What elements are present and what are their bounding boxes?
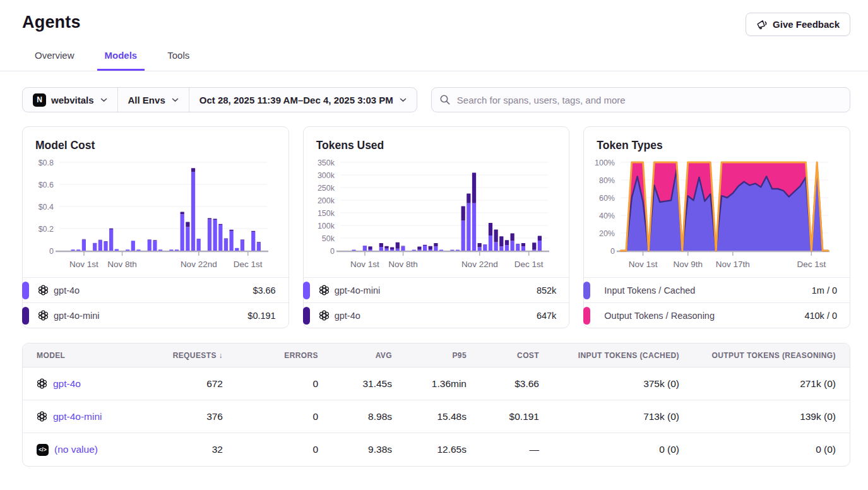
- svg-text:250k: 250k: [318, 184, 335, 193]
- legend-value: 410k / 0: [804, 311, 837, 321]
- p95-cell: 1.36min: [392, 378, 467, 390]
- table-body: gpt-4o672031.45s1.36min$3.66375k (0)271k…: [23, 368, 850, 466]
- models-table: MODELREQUESTS ↓ERRORSAVGP95COSTINPUT TOK…: [22, 343, 850, 467]
- column-header-requests[interactable]: REQUESTS ↓: [141, 351, 223, 360]
- requests-cell: 376: [141, 411, 223, 422]
- legend-value: 1m / 0: [812, 285, 837, 296]
- legend-item[interactable]: gpt-4o647k: [304, 302, 569, 328]
- code-icon: </>: [37, 444, 49, 456]
- column-header-input-tokens-cached[interactable]: INPUT TOKENS (CACHED): [539, 351, 679, 360]
- openai-icon: [38, 285, 49, 296]
- svg-text:300k: 300k: [318, 171, 335, 180]
- errors-cell: 0: [223, 444, 318, 455]
- requests-cell: 672: [141, 378, 223, 390]
- give-feedback-button[interactable]: Give Feedback: [746, 13, 850, 36]
- legend-label: Input Tokens / Cached: [604, 285, 695, 296]
- environment-selector[interactable]: All Envs: [118, 88, 189, 112]
- series-color-swatch: [583, 282, 590, 299]
- legend-item[interactable]: Output Tokens / Reasoning410k / 0: [584, 302, 850, 328]
- model-cost-chart[interactable]: $0.8$0.6$0.4$0.20Nov 1stNov 8thNov 22ndD…: [23, 155, 288, 277]
- table-header-row: MODELREQUESTS ↓ERRORSAVGP95COSTINPUT TOK…: [23, 344, 850, 368]
- legend-item[interactable]: gpt-4o-mini$0.191: [23, 302, 288, 328]
- svg-text:Nov 8th: Nov 8th: [107, 260, 137, 269]
- token-types-card: Token Types 100%80%60%40%20%0Nov 1stNov …: [583, 126, 850, 328]
- model-link[interactable]: gpt-4o: [53, 378, 81, 390]
- column-header-avg[interactable]: AVG: [318, 351, 392, 360]
- cost-cell: $0.191: [467, 411, 539, 422]
- give-feedback-label: Give Feedback: [773, 19, 840, 30]
- column-header-model[interactable]: MODEL: [37, 351, 141, 360]
- svg-text:40%: 40%: [599, 212, 615, 220]
- svg-text:0: 0: [610, 247, 615, 256]
- svg-text:Dec 1st: Dec 1st: [514, 260, 543, 269]
- chart-title: Tokens Used: [304, 127, 569, 155]
- openai-icon: [319, 310, 330, 321]
- svg-text:100%: 100%: [595, 158, 615, 167]
- search-input[interactable]: [431, 87, 850, 112]
- svg-text:$0.6: $0.6: [39, 181, 54, 189]
- search-icon: [439, 94, 451, 108]
- svg-text:Nov 1st: Nov 1st: [629, 260, 658, 269]
- legend-value: 647k: [537, 311, 556, 321]
- column-header-cost[interactable]: COST: [467, 351, 539, 360]
- chevron-down-icon: [100, 98, 107, 102]
- column-header-output-tokens-reasoning[interactable]: OUTPUT TOKENS (REASONING): [679, 351, 836, 360]
- series-color-swatch: [303, 282, 310, 299]
- agents-insights-page: Agents Give Feedback OverviewModelsTools…: [0, 0, 868, 490]
- search-bar: [431, 87, 850, 112]
- svg-text:Nov 1st: Nov 1st: [350, 260, 379, 269]
- input-tokens-cell: 375k (0): [539, 378, 679, 390]
- tokens-used-card: Tokens Used 350k300k250k200k150k100k50k0…: [303, 126, 570, 328]
- avg-cell: 8.98s: [318, 411, 392, 422]
- page-filters: N webvitals All Envs Oct 28, 2025 11:39 …: [22, 87, 417, 112]
- model-cost-card: Model Cost $0.8$0.6$0.4$0.20Nov 1stNov 8…: [22, 126, 289, 328]
- legend-item[interactable]: gpt-4o$3.66: [23, 277, 288, 302]
- svg-text:Dec 1st: Dec 1st: [797, 260, 826, 269]
- legend-item[interactable]: Input Tokens / Cached1m / 0: [584, 277, 850, 302]
- project-selector[interactable]: N webvitals: [23, 88, 118, 112]
- environment-label: All Envs: [128, 95, 165, 105]
- tab-models[interactable]: Models: [97, 50, 145, 71]
- column-header-errors[interactable]: ERRORS: [223, 351, 318, 360]
- legend-label: Output Tokens / Reasoning: [604, 311, 715, 321]
- table-row: </>(no value)3209.38s12.65s—0 (0)0 (0): [23, 433, 850, 466]
- openai-icon: [37, 411, 47, 422]
- series-color-swatch: [22, 307, 29, 325]
- column-header-p95[interactable]: P95: [392, 351, 467, 360]
- svg-text:200k: 200k: [318, 196, 335, 205]
- openai-icon: [38, 310, 49, 321]
- legend-item[interactable]: gpt-4o-mini852k: [304, 277, 569, 302]
- avg-cell: 9.38s: [318, 444, 392, 455]
- openai-icon: [319, 285, 330, 296]
- legend-value: $3.66: [253, 285, 275, 296]
- svg-text:Nov 22nd: Nov 22nd: [181, 260, 217, 269]
- output-tokens-cell: 271k (0): [679, 378, 836, 390]
- chevron-down-icon: [172, 98, 179, 102]
- model-link[interactable]: (no value): [54, 444, 98, 455]
- token-types-chart[interactable]: 100%80%60%40%20%0Nov 1stNov 9thNov 17thD…: [584, 155, 850, 277]
- tab-overview[interactable]: Overview: [27, 50, 82, 71]
- tokens-used-chart[interactable]: 350k300k250k200k150k100k50k0Nov 1stNov 8…: [304, 155, 569, 277]
- tab-tools[interactable]: Tools: [160, 50, 197, 71]
- legend-value: $0.191: [247, 311, 275, 321]
- legend-value: 852k: [537, 285, 556, 296]
- p95-cell: 12.65s: [392, 444, 467, 455]
- table-row: gpt-4o672031.45s1.36min$3.66375k (0)271k…: [23, 368, 850, 400]
- model-link[interactable]: gpt-4o-mini: [53, 411, 102, 422]
- date-range-selector[interactable]: Oct 28, 2025 11:39 AM–Dec 4, 2025 3:03 P…: [189, 88, 417, 112]
- svg-text:$0.2: $0.2: [39, 225, 54, 234]
- charts-row: Model Cost $0.8$0.6$0.4$0.20Nov 1stNov 8…: [0, 112, 868, 328]
- svg-text:Nov 17th: Nov 17th: [716, 260, 750, 269]
- chart-legend: Input Tokens / Cached1m / 0Output Tokens…: [584, 277, 850, 328]
- chart-legend: gpt-4o-mini852kgpt-4o647k: [304, 277, 569, 328]
- model-cell: gpt-4o-mini: [37, 411, 141, 422]
- cost-cell: $3.66: [467, 378, 539, 390]
- svg-text:0: 0: [49, 247, 54, 256]
- svg-text:Nov 1st: Nov 1st: [69, 260, 98, 269]
- avg-cell: 31.45s: [318, 378, 392, 390]
- output-tokens-cell: 139k (0): [679, 411, 836, 422]
- chart-title: Model Cost: [23, 127, 288, 155]
- legend-label: gpt-4o-mini: [54, 311, 100, 321]
- model-cell: </>(no value): [37, 444, 141, 456]
- output-tokens-cell: 0 (0): [679, 444, 836, 455]
